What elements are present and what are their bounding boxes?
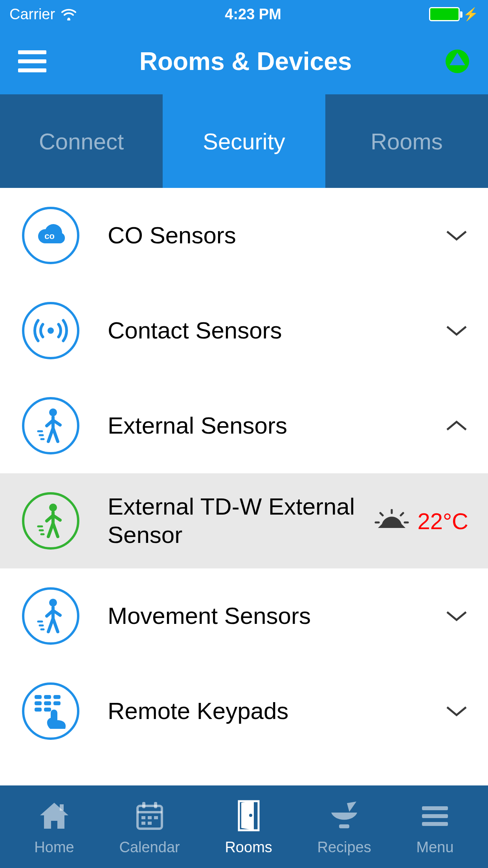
- svg-rect-13: [35, 708, 42, 712]
- list-row-external-td-w[interactable]: External TD-W External Sensor 22°C: [0, 473, 488, 568]
- home-icon: [37, 798, 72, 833]
- nav-calendar[interactable]: Calendar: [119, 798, 180, 856]
- svg-rect-21: [148, 816, 152, 819]
- tab-security[interactable]: Security: [163, 94, 325, 188]
- svg-point-4: [49, 408, 57, 416]
- svg-point-26: [249, 814, 252, 817]
- chevron-down-icon: [445, 319, 468, 342]
- svg-rect-18: [142, 802, 145, 808]
- row-label: Remote Keypads: [108, 697, 445, 725]
- motion-person-icon: [22, 492, 79, 550]
- svg-rect-11: [44, 701, 51, 705]
- svg-point-0: [68, 18, 70, 20]
- nav-label: Menu: [416, 839, 454, 856]
- row-label: Movement Sensors: [108, 602, 445, 630]
- bottom-nav: Home Calendar Rooms Recipes Menu: [0, 785, 488, 868]
- svg-text:co: co: [44, 231, 55, 241]
- chevron-down-icon: [445, 604, 468, 628]
- list-row-movement-sensors[interactable]: Movement Sensors: [0, 568, 488, 664]
- svg-point-6: [49, 599, 57, 607]
- app-logo-icon[interactable]: [445, 49, 470, 74]
- contact-radio-icon: [22, 302, 79, 359]
- svg-rect-24: [148, 822, 152, 825]
- row-label: External TD-W External Sensor: [108, 493, 374, 549]
- row-label: External Sensors: [108, 412, 445, 440]
- page-title: Rooms & Devices: [139, 47, 352, 76]
- svg-point-5: [49, 504, 57, 511]
- keypad-touch-icon: [22, 682, 79, 740]
- nav-label: Rooms: [225, 839, 272, 856]
- door-icon: [231, 798, 266, 833]
- status-right: ⚡: [429, 7, 479, 22]
- list-row-contact-sensors[interactable]: Contact Sensors: [0, 283, 488, 378]
- svg-rect-20: [141, 816, 145, 819]
- motion-person-icon: [22, 587, 79, 645]
- tab-rooms[interactable]: Rooms: [325, 94, 488, 188]
- status-time: 4:23 PM: [225, 6, 281, 23]
- svg-rect-15: [60, 804, 64, 811]
- svg-rect-12: [53, 701, 61, 705]
- chevron-down-icon: [445, 699, 468, 723]
- status-bar: Carrier 4:23 PM ⚡: [0, 0, 488, 28]
- menu-icon[interactable]: [18, 50, 46, 72]
- wifi-icon: [61, 8, 77, 20]
- list-row-remote-keypads[interactable]: Remote Keypads: [0, 664, 488, 759]
- temperature-value: 22°C: [417, 508, 468, 534]
- motion-person-icon: [22, 397, 79, 454]
- svg-rect-30: [422, 822, 448, 826]
- menu-lines-icon: [417, 798, 453, 833]
- app-header: Rooms & Devices: [0, 28, 488, 94]
- nav-home[interactable]: Home: [34, 798, 74, 856]
- svg-rect-14: [44, 708, 51, 712]
- nav-menu[interactable]: Menu: [416, 798, 454, 856]
- charging-icon: ⚡: [463, 7, 479, 22]
- nav-rooms[interactable]: Rooms: [225, 798, 272, 856]
- calendar-icon: [132, 798, 167, 833]
- svg-rect-23: [141, 822, 145, 825]
- row-label: CO Sensors: [108, 221, 445, 250]
- nav-label: Calendar: [119, 839, 180, 856]
- mortar-icon: [327, 798, 362, 833]
- nav-label: Recipes: [317, 839, 371, 856]
- svg-rect-28: [422, 806, 448, 810]
- chevron-up-icon: [445, 414, 468, 438]
- status-left: Carrier: [9, 6, 77, 23]
- svg-rect-19: [154, 802, 157, 808]
- device-list: co CO Sensors Contact Sensors External S…: [0, 188, 488, 785]
- chevron-down-icon: [445, 224, 468, 247]
- tab-bar: Connect Security Rooms: [0, 94, 488, 188]
- svg-point-3: [48, 327, 54, 334]
- nav-label: Home: [34, 839, 74, 856]
- svg-rect-8: [44, 695, 51, 699]
- svg-rect-27: [339, 824, 349, 828]
- svg-rect-22: [154, 816, 158, 819]
- nav-recipes[interactable]: Recipes: [317, 798, 371, 856]
- svg-rect-10: [35, 701, 42, 705]
- row-label: Contact Sensors: [108, 316, 445, 345]
- list-row-external-sensors[interactable]: External Sensors: [0, 378, 488, 473]
- svg-rect-7: [35, 695, 42, 699]
- weather-icon: [374, 509, 409, 533]
- battery-icon: [429, 7, 460, 21]
- carrier-label: Carrier: [9, 6, 55, 23]
- list-row-co-sensors[interactable]: co CO Sensors: [0, 188, 488, 283]
- co-cloud-icon: co: [22, 207, 79, 264]
- svg-rect-9: [53, 695, 61, 699]
- svg-rect-29: [422, 814, 448, 818]
- tab-connect[interactable]: Connect: [0, 94, 163, 188]
